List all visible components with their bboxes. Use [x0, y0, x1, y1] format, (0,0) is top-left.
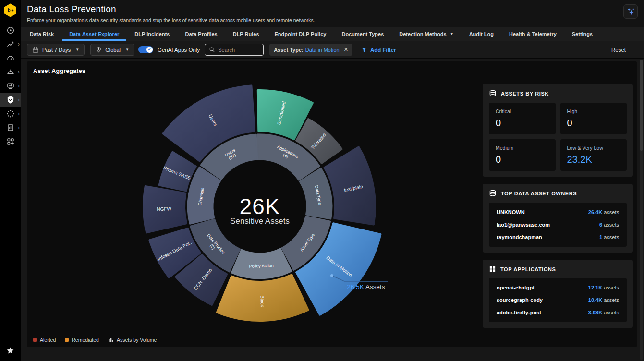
chip-remove-icon[interactable]: ✕: [344, 47, 348, 53]
row-name: sourcegraph-cody: [497, 297, 543, 303]
sidebar-item-reports[interactable]: ›: [0, 120, 21, 134]
owner-row-raymondchapman: raymondchapman1 assets: [497, 234, 619, 240]
center-value: 26K: [240, 194, 280, 219]
sidebar-item-workflows-dots[interactable]: ›: [0, 107, 21, 120]
application-row-sourcegraph-cody: sourcegraph-cody10.4K assets: [497, 297, 619, 303]
network-setup-icon: [6, 82, 15, 90]
calendar-icon: [32, 47, 39, 53]
sidebar: ››››››: [0, 0, 21, 361]
chevron-down-icon: ▼: [75, 48, 79, 52]
owner-row-unknown: UNKNOWN26.4K assets: [497, 209, 619, 215]
page-subtitle: Enforce your organization's data securit…: [27, 17, 315, 23]
main-content: Asset Aggregates Applications(4)Sanction…: [21, 59, 644, 361]
time-range-select[interactable]: Past 7 Days ▼: [27, 44, 85, 56]
tab-document-types[interactable]: Document Types: [335, 27, 390, 41]
location-pin-icon: [96, 47, 102, 53]
tab-audit-log[interactable]: Audit Log: [462, 27, 500, 41]
sparkles-icon: [625, 6, 636, 17]
search-input[interactable]: [218, 47, 259, 53]
row-assets-link[interactable]: 3.98K assets: [588, 310, 619, 315]
chevron-down-icon: ▼: [125, 48, 129, 52]
center-label: Sensitive Assets: [230, 217, 290, 226]
chip-label: Asset Type:: [274, 47, 304, 53]
legend-label: Assets by Volume: [117, 337, 157, 343]
tile-value: 23.2K: [567, 154, 620, 165]
reports-icon: [6, 123, 15, 132]
tile-value: 0: [567, 118, 620, 129]
security-shield-icon: [6, 96, 15, 104]
risk-tile-critical[interactable]: Critical0: [489, 103, 556, 134]
tab-detection-methods[interactable]: Detection Methods▼: [392, 27, 460, 41]
tile-label: Critical: [496, 108, 549, 114]
sidebar-item-network-setup[interactable]: ›: [0, 79, 21, 93]
segment-label: NGFW: [157, 206, 171, 212]
search-box[interactable]: [205, 44, 264, 56]
row-name: lao1@panwsase.com: [497, 222, 550, 228]
assets-by-risk-panel: ASSETS BY RISK Critical0High0Medium0Low …: [483, 84, 633, 177]
application-row-openai-chatgpt: openai-chatgpt12.1K assets: [497, 285, 619, 290]
row-assets-link[interactable]: 6 assets: [599, 222, 619, 228]
tab-data-asset-explorer[interactable]: Data Asset Explorer: [62, 27, 126, 41]
chevron-right-icon: ›: [18, 96, 20, 102]
genai-apps-toggle[interactable]: ✓ GenAI Apps Only: [138, 46, 200, 53]
row-assets-link[interactable]: 26.4K assets: [588, 209, 619, 215]
callout-text: 26.5K Assets: [347, 283, 385, 290]
search-icon: [209, 47, 215, 53]
tab-health-telemetry[interactable]: Health & Telemetry: [502, 27, 563, 41]
tab-dlp-incidents[interactable]: DLP Incidents: [128, 27, 176, 41]
chevron-right-icon: ›: [18, 110, 20, 116]
scope-select[interactable]: Global ▼: [90, 44, 134, 56]
tile-value: 0: [496, 154, 549, 165]
sidebar-item-dashboard-gauge[interactable]: [0, 51, 21, 65]
tile-label: High: [567, 108, 620, 114]
add-filter-label: Add Filter: [370, 47, 396, 53]
palo-alto-networks-logo: [3, 3, 17, 17]
filter-bar: Past 7 Days ▼ Global ▼ ✓ GenAI Apps Only…: [21, 41, 644, 59]
ring-label: Policy Action: [249, 263, 274, 268]
risk-tile-low-very-low[interactable]: Low & Very Low23.2K: [560, 139, 627, 171]
row-assets-link[interactable]: 12.1K assets: [588, 285, 619, 290]
ai-copilot-button[interactable]: [623, 4, 638, 19]
manage-grid-icon: [6, 137, 15, 146]
add-filter-button[interactable]: Add Filter: [361, 47, 396, 53]
legend-item-alerted[interactable]: Alerted: [33, 337, 56, 343]
favorites-star-icon[interactable]: [0, 344, 21, 358]
toggle-switch[interactable]: ✓: [138, 46, 153, 53]
incidents-alarm-icon: [6, 68, 15, 76]
workflows-dots-icon: [6, 109, 15, 118]
row-assets-link[interactable]: 10.4K assets: [588, 297, 619, 303]
sidebar-item-radar[interactable]: [0, 23, 21, 37]
chevron-right-icon: ›: [18, 41, 20, 47]
legend-swatch: [65, 338, 69, 342]
tab-data-profiles[interactable]: Data Profiles: [178, 27, 224, 41]
legend-label: Remediated: [72, 337, 99, 343]
toggle-label: GenAI Apps Only: [158, 47, 200, 53]
sidebar-item-security-shield[interactable]: ›: [0, 93, 21, 107]
panel-title: TOP APPLICATIONS: [500, 266, 556, 272]
legend-item-remediated[interactable]: Remediated: [65, 337, 99, 343]
sidebar-item-manage-grid[interactable]: [0, 134, 21, 148]
panel-title: TOP DATA ASSET OWNERS: [501, 191, 577, 196]
filter-chip-asset-type[interactable]: Asset Type: Data in Motion ✕: [269, 44, 352, 56]
applications-grid-icon: [489, 265, 496, 273]
tab-settings[interactable]: Settings: [565, 27, 599, 41]
reset-button[interactable]: Reset: [611, 47, 626, 53]
chevron-down-icon: ▼: [450, 32, 454, 36]
chip-value: Data in Motion: [305, 47, 340, 53]
sidebar-item-insights[interactable]: ›: [0, 37, 21, 51]
risk-tile-high[interactable]: High0: [560, 103, 627, 134]
toggle-knob: ✓: [146, 47, 153, 53]
scrollbar[interactable]: [640, 60, 643, 360]
legend-item-assets-by-volume[interactable]: Assets by Volume: [108, 337, 157, 343]
row-assets-link[interactable]: 1 assets: [599, 234, 619, 240]
chevron-right-icon: ›: [18, 69, 20, 74]
tab-data-risk[interactable]: Data Risk: [23, 27, 61, 41]
row-name: raymondchapman: [497, 234, 542, 240]
tab-dlp-rules[interactable]: DLP Rules: [226, 27, 266, 41]
risk-tile-medium[interactable]: Medium0: [489, 139, 556, 171]
tab-endpoint-dlp-policy[interactable]: Endpoint DLP Policy: [268, 27, 333, 41]
sidebar-item-incidents-alarm[interactable]: ›: [0, 65, 21, 79]
right-column: ASSETS BY RISK Critical0High0Medium0Low …: [483, 84, 633, 328]
tab-bar: Data RiskData Asset ExplorerDLP Incident…: [21, 27, 644, 41]
dashboard-gauge-icon: [6, 54, 15, 62]
